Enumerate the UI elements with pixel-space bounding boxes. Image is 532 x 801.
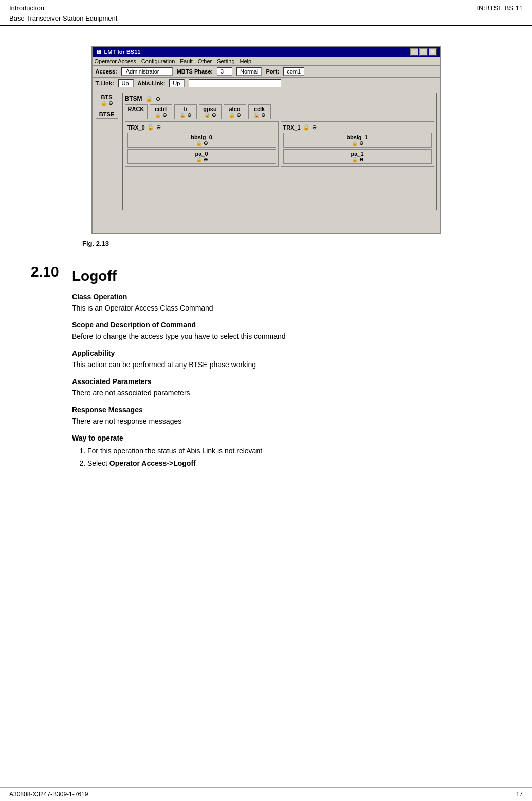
lmt-statusbar: Access: Administrator MBTS Phase: 3 Norm… bbox=[93, 66, 440, 78]
pa1-icons: 🔒 ⊖ bbox=[286, 157, 429, 162]
gpsu-lock-icon: 🔒 bbox=[204, 112, 210, 118]
cctrl-icons: 🔒 ⊖ bbox=[153, 112, 169, 118]
alco-box[interactable]: alco 🔒 ⊖ bbox=[224, 104, 246, 119]
tlink-label: T-Link: bbox=[96, 80, 114, 86]
li-power-icon: ⊖ bbox=[187, 112, 191, 118]
maximize-button[interactable]: □ bbox=[419, 48, 428, 56]
trx1-lock-icon: 🔒 bbox=[303, 124, 310, 131]
response-label: Response Messages bbox=[72, 406, 501, 414]
trx1-inner: bbsig_1 🔒 ⊖ pa_1 bbox=[283, 133, 432, 164]
step-2-bold: Operator Access->Logoff bbox=[109, 459, 196, 467]
bts-column: BTS 🔒 ⊖ BTSE bbox=[96, 93, 118, 210]
menu-help[interactable]: Help bbox=[240, 58, 252, 64]
pa0-label: pa_0 bbox=[131, 151, 273, 157]
pa0-icons: 🔒 ⊖ bbox=[131, 157, 273, 162]
trx0-inner: bbsig_0 🔒 ⊖ pa_0 bbox=[127, 133, 276, 164]
scope-label: Scope and Description of Command bbox=[72, 321, 501, 329]
gpsu-label: gpsu bbox=[202, 106, 218, 112]
section-2-10: 2.10 Logoff Class Operation This is an O… bbox=[31, 263, 501, 472]
pa0-box[interactable]: pa_0 🔒 ⊖ bbox=[127, 149, 276, 164]
mbts-value: 3 bbox=[217, 67, 232, 76]
pa1-box[interactable]: pa_1 🔒 ⊖ bbox=[283, 149, 432, 164]
scope-text: Before to change the access type you hav… bbox=[72, 331, 501, 342]
way-label: Way to operate bbox=[72, 434, 501, 442]
close-button[interactable]: ✕ bbox=[429, 48, 437, 56]
pa0-power-icon: ⊖ bbox=[204, 157, 208, 162]
associated-label: Associated Parameters bbox=[72, 377, 501, 386]
access-label: Access: bbox=[96, 68, 117, 75]
gpsu-box[interactable]: gpsu 🔒 ⊖ bbox=[199, 104, 222, 119]
bbsig1-lock-icon: 🔒 bbox=[352, 140, 358, 146]
bbsig0-box[interactable]: bbsig_0 🔒 ⊖ bbox=[127, 133, 276, 148]
bts-box[interactable]: BTS 🔒 ⊖ bbox=[96, 93, 118, 107]
header-subtitle: Base Transceiver Station Equipment bbox=[9, 13, 117, 24]
bts-label: BTS bbox=[99, 94, 115, 100]
menu-fault[interactable]: Fault bbox=[180, 58, 192, 64]
bbsig0-icons: 🔒 ⊖ bbox=[131, 140, 273, 146]
trx1-panel: TRX_1 🔒 ⊖ bbsig_1 🔒 ⊖ bbox=[281, 121, 434, 167]
trx-row: TRX_0 🔒 ⊖ bbsig_0 🔒 ⊖ bbox=[125, 121, 434, 167]
bts-lock-icon: 🔒 bbox=[101, 100, 107, 106]
steps-list: For this operation the status of Abis Li… bbox=[87, 445, 501, 469]
btsm-lock-icon: 🔒 bbox=[145, 96, 153, 102]
main-panels: BTS 🔒 ⊖ BTSE bbox=[96, 93, 437, 210]
associated-text: There are not associated parameters bbox=[72, 388, 501, 398]
normal-value: Normal bbox=[236, 67, 262, 76]
cctrl-label: cctrl bbox=[153, 106, 169, 112]
pa0-lock-icon: 🔒 bbox=[196, 157, 202, 162]
bbsig0-power-icon: ⊖ bbox=[204, 140, 208, 146]
page-header: Introduction Base Transceiver Station Eq… bbox=[0, 0, 532, 26]
li-icons: 🔒 ⊖ bbox=[177, 112, 194, 118]
menu-configuration[interactable]: Configuration bbox=[141, 58, 175, 64]
mbts-label: MBTS Phase: bbox=[177, 68, 213, 75]
cctrl-box[interactable]: cctrl 🔒 ⊖ bbox=[150, 104, 172, 119]
port-label: Port: bbox=[266, 68, 279, 75]
lmt-titlebar: 🖥 LMT for BS11 − □ ✕ bbox=[93, 47, 440, 57]
lmt-body: BTS 🔒 ⊖ BTSE bbox=[93, 89, 440, 233]
applicability-label: Applicability bbox=[72, 349, 501, 357]
pa1-lock-icon: 🔒 bbox=[352, 157, 358, 162]
access-value: Administrator bbox=[121, 67, 173, 76]
cctrl-lock-icon: 🔒 bbox=[155, 112, 161, 118]
titlebar-controls: − □ ✕ bbox=[410, 48, 437, 56]
class-operation-label: Class Operation bbox=[72, 293, 501, 301]
trx0-panel: TRX_0 🔒 ⊖ bbsig_0 🔒 ⊖ bbox=[125, 121, 279, 167]
page-footer: A30808-X3247-B309-1-7619 17 bbox=[0, 787, 532, 801]
menu-setting[interactable]: Setting bbox=[217, 58, 234, 64]
trx0-header: TRX_0 🔒 ⊖ bbox=[127, 124, 276, 131]
section-content: Logoff Class Operation This is an Operat… bbox=[72, 263, 501, 472]
btsm-header: BTSM 🔒 ⊖ bbox=[125, 95, 434, 102]
step-1-text: For this operation the status of Abis Li… bbox=[87, 447, 262, 455]
abis-value: Up bbox=[169, 79, 185, 87]
cclk-lock-icon: 🔒 bbox=[253, 112, 260, 118]
figure-caption: Fig. 2.13 bbox=[82, 240, 501, 247]
btse-label: BTSE bbox=[99, 111, 115, 117]
bts-power-icon: ⊖ bbox=[108, 100, 113, 106]
response-text: There are not response messages bbox=[72, 416, 501, 427]
pa1-label: pa_1 bbox=[286, 151, 429, 157]
section-title: Logoff bbox=[72, 268, 501, 284]
applicability-text: This action can be performed at any BTSE… bbox=[72, 359, 501, 370]
header-right: IN:BTSE BS 11 bbox=[476, 3, 523, 13]
tlink-value: Up bbox=[118, 79, 134, 87]
cclk-box[interactable]: cclk 🔒 ⊖ bbox=[248, 104, 271, 119]
step-2: Select Operator Access->Logoff bbox=[87, 458, 501, 469]
menu-other[interactable]: Other bbox=[198, 58, 212, 64]
bbsig0-lock-icon: 🔒 bbox=[196, 140, 202, 146]
minimize-button[interactable]: − bbox=[410, 48, 418, 56]
class-operation-text: This is an Operator Access Class Command bbox=[72, 303, 501, 314]
alco-label: alco bbox=[227, 106, 243, 112]
alco-icons: 🔒 ⊖ bbox=[227, 112, 243, 118]
link-input-field[interactable] bbox=[189, 79, 281, 87]
li-box[interactable]: li 🔒 ⊖ bbox=[174, 104, 197, 119]
gpsu-icons: 🔒 ⊖ bbox=[202, 112, 218, 118]
screenshot-container: 🖥 LMT for BS11 − □ ✕ Operator Access Con… bbox=[31, 46, 501, 234]
rack-box[interactable]: RACK bbox=[125, 104, 148, 119]
btse-box[interactable]: BTSE bbox=[96, 110, 118, 119]
bbsig0-label: bbsig_0 bbox=[131, 134, 273, 140]
menu-operator-access[interactable]: Operator Access bbox=[95, 58, 136, 64]
gpsu-power-icon: ⊖ bbox=[212, 112, 216, 118]
titlebar-title-area: 🖥 LMT for BS11 bbox=[96, 49, 141, 55]
bbsig1-label: bbsig_1 bbox=[286, 134, 429, 140]
bbsig1-box[interactable]: bbsig_1 🔒 ⊖ bbox=[283, 133, 432, 148]
